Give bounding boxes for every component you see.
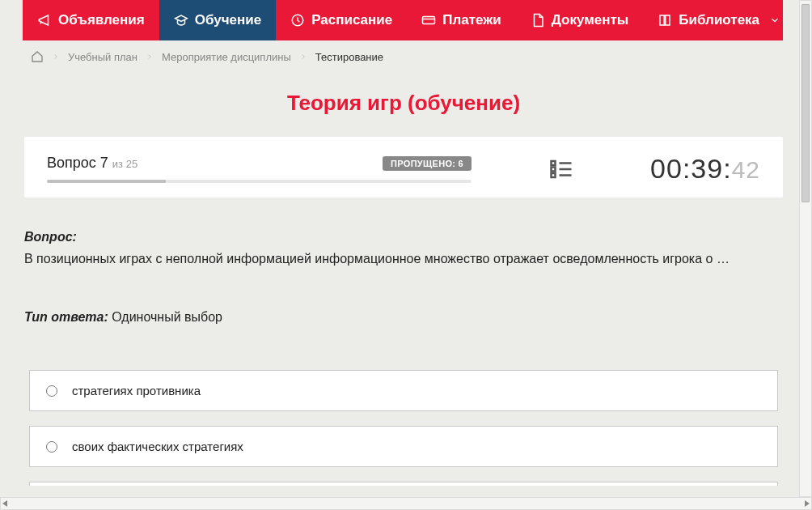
book-icon	[658, 13, 672, 28]
progress-bar	[47, 180, 472, 183]
nav-label: Документы	[552, 12, 629, 28]
option-row[interactable]: стратегиях противника	[29, 370, 778, 411]
timer: 00:39:42	[650, 153, 760, 185]
chevron-right-icon	[299, 53, 307, 61]
nav-announcements[interactable]: Объявления	[23, 0, 159, 40]
question-text: В позиционных играх с неполной информаци…	[24, 248, 783, 270]
answer-type-value: Одиночный выбор	[112, 310, 222, 324]
main-nav: Объявления Обучение Расписание Платежи Д…	[23, 0, 783, 40]
scroll-left-arrow[interactable]	[2, 500, 7, 507]
home-icon[interactable]	[31, 50, 44, 63]
option-radio[interactable]	[46, 441, 57, 453]
skipped-badge: ПРОПУЩЕНО: 6	[383, 156, 472, 171]
scroll-right-arrow[interactable]	[805, 500, 810, 507]
nav-documents[interactable]: Документы	[516, 0, 644, 40]
option-label: своих фактических стратегиях	[72, 440, 243, 453]
nav-label: Объявления	[58, 12, 145, 28]
option-radio[interactable]	[46, 385, 57, 397]
breadcrumb-event[interactable]: Мероприятие дисциплины	[162, 51, 291, 63]
horizontal-scrollbar[interactable]	[0, 497, 812, 510]
chevron-right-icon	[146, 53, 154, 61]
breadcrumb-plan[interactable]: Учебный план	[68, 51, 137, 63]
nav-education[interactable]: Обучение	[159, 0, 276, 40]
nav-label: Расписание	[311, 12, 392, 28]
scrollbar-thumb[interactable]	[801, 4, 810, 202]
breadcrumb-current: Тестирование	[315, 51, 383, 63]
doc-icon	[531, 13, 545, 28]
breadcrumb: Учебный план Мероприятие дисциплины Тест…	[23, 40, 796, 73]
answer-type-label: Тип ответа:	[24, 310, 108, 324]
nav-label: Библиотека	[679, 12, 759, 28]
card-icon	[421, 13, 436, 28]
question-list-icon[interactable]	[549, 157, 573, 181]
options-list: стратегиях противника своих фактических …	[29, 370, 778, 486]
nav-library[interactable]: Библиотека	[643, 0, 795, 40]
page-title: Теория игр (обучение)	[11, 73, 796, 137]
option-row[interactable]: своих фактических стратегиях	[29, 426, 778, 467]
option-label: стратегиях противника	[72, 384, 201, 397]
nav-label: Обучение	[195, 12, 261, 28]
chevron-right-icon	[52, 53, 60, 61]
chevron-down-icon	[769, 15, 780, 26]
svg-rect-2	[551, 161, 555, 165]
clock-icon	[290, 13, 305, 28]
status-card: Вопрос 7 из 25 ПРОПУЩЕНО: 6	[24, 137, 783, 198]
nav-schedule[interactable]: Расписание	[276, 0, 407, 40]
svg-rect-4	[551, 167, 555, 171]
progress-fill	[47, 180, 166, 183]
svg-rect-1	[423, 17, 435, 24]
option-row-partial[interactable]	[29, 482, 778, 486]
megaphone-icon	[37, 13, 52, 28]
grad-cap-icon	[174, 13, 188, 28]
nav-payments[interactable]: Платежи	[407, 0, 516, 40]
vertical-scrollbar[interactable]	[799, 0, 812, 497]
nav-label: Платежи	[442, 12, 501, 28]
question-number: Вопрос 7 из 25	[47, 155, 137, 172]
question-label: Вопрос:	[24, 230, 783, 244]
svg-rect-6	[551, 173, 555, 177]
